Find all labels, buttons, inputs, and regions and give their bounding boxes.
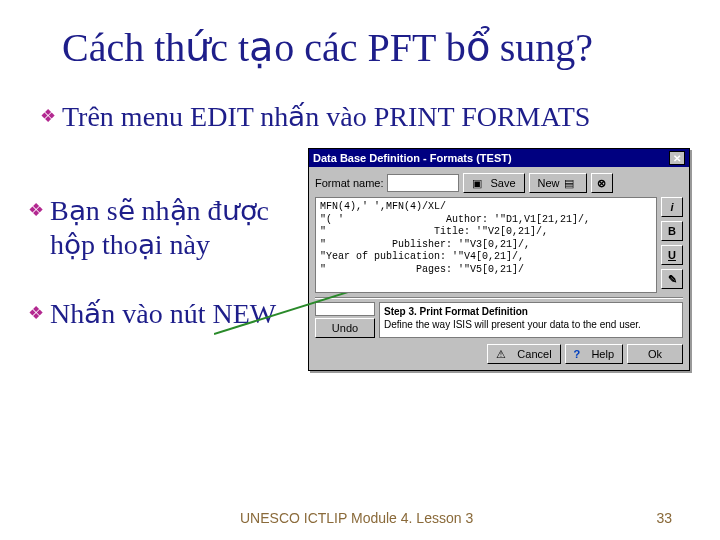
step-title: Step 3. Print Format Definition bbox=[384, 306, 678, 319]
help-button[interactable]: ? Help bbox=[565, 344, 623, 364]
warn-icon: ⚠ bbox=[496, 348, 506, 361]
page-number: 33 bbox=[656, 510, 672, 526]
disk-icon: ▣ bbox=[472, 177, 486, 189]
close-button[interactable]: ✕ bbox=[669, 151, 685, 165]
dialog-exit-button[interactable]: ⊗ bbox=[591, 173, 613, 193]
diamond-icon: ❖ bbox=[40, 106, 56, 128]
dialog-title: Data Base Definition - Formats (TEST) bbox=[313, 152, 512, 164]
dialog-window: Data Base Definition - Formats (TEST) ✕ … bbox=[308, 148, 690, 371]
bullet-1: ❖Trên menu EDIT nhấn vào PRINT FORMATS bbox=[40, 100, 590, 134]
ok-button[interactable]: Ok bbox=[627, 344, 683, 364]
bullet-1-text: Trên menu EDIT nhấn vào PRINT FORMATS bbox=[62, 101, 590, 132]
format-name-label: Format name: bbox=[315, 177, 383, 189]
doc-icon: ▤ bbox=[564, 177, 578, 189]
step-description: Step 3. Print Format Definition Define t… bbox=[379, 302, 683, 338]
slide-title: Cách thức tạo các PFT bổ sung? bbox=[62, 24, 692, 71]
bullet-2: ❖Bạn sẽ nhận được hộp thoại này bbox=[28, 194, 298, 261]
underline-button[interactable]: U bbox=[661, 245, 683, 265]
diamond-icon: ❖ bbox=[28, 303, 44, 325]
format-code-textarea[interactable]: MFN(4),' ',MFN(4)/XL/ "( ' Author: '"D1,… bbox=[315, 197, 657, 293]
progress-gauge bbox=[315, 302, 375, 316]
footer-text: UNESCO ICTLIP Module 4. Lesson 3 bbox=[240, 510, 473, 526]
diamond-icon: ❖ bbox=[28, 200, 44, 222]
italic-button[interactable]: i bbox=[661, 197, 683, 217]
brush-button[interactable]: ✎ bbox=[661, 269, 683, 289]
undo-button[interactable]: Undo bbox=[315, 318, 375, 338]
bullet-3-text: Nhấn vào nút NEW bbox=[50, 298, 276, 329]
separator bbox=[315, 297, 683, 298]
question-icon: ? bbox=[574, 348, 581, 360]
step-text: Define the way ISIS will present your da… bbox=[384, 319, 678, 332]
new-button[interactable]: New▤ bbox=[529, 173, 587, 193]
save-button[interactable]: ▣Save bbox=[463, 173, 524, 193]
cancel-button[interactable]: ⚠ Cancel bbox=[487, 344, 560, 364]
bullet-2-text: Bạn sẽ nhận được hộp thoại này bbox=[50, 195, 269, 260]
bullet-3: ❖Nhấn vào nút NEW bbox=[28, 297, 298, 331]
dialog-titlebar: Data Base Definition - Formats (TEST) ✕ bbox=[309, 149, 689, 167]
format-name-input[interactable] bbox=[387, 174, 459, 192]
bold-button[interactable]: B bbox=[661, 221, 683, 241]
